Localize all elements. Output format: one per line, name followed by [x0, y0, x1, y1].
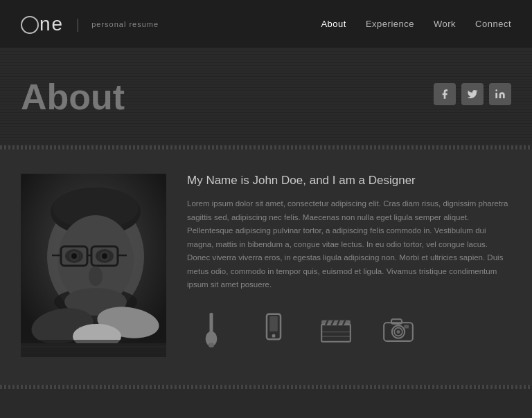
- skill-camera: [374, 309, 423, 351]
- nav-experience[interactable]: Experience: [366, 16, 414, 32]
- about-content: My Name is John Doe, and I am a Designer…: [187, 174, 511, 351]
- about-heading: My Name is John Doe, and I am a Designer: [187, 174, 511, 188]
- profile-photo: [21, 174, 166, 357]
- svg-rect-35: [321, 324, 351, 341]
- nav-work[interactable]: Work: [434, 16, 456, 32]
- svg-point-19: [102, 253, 107, 259]
- svg-rect-29: [210, 313, 213, 333]
- svg-rect-28: [21, 340, 166, 357]
- svg-point-47: [397, 330, 400, 334]
- social-icons-group: [434, 83, 511, 105]
- svg-rect-44: [391, 319, 402, 324]
- profile-image-container: [21, 174, 166, 357]
- svg-rect-33: [269, 316, 278, 331]
- svg-point-31: [209, 343, 214, 347]
- hero-section: About: [0, 48, 532, 145]
- logo-text: ne: [21, 13, 64, 35]
- linkedin-icon[interactable]: [489, 83, 511, 105]
- skill-design: [187, 309, 236, 351]
- skill-mobile: [249, 309, 298, 351]
- logo-subtitle: personal resume: [91, 20, 159, 28]
- skill-icons-row: [187, 309, 511, 351]
- svg-point-20: [89, 266, 103, 286]
- main-content: My Name is John Doe, and I am a Designer…: [0, 149, 532, 385]
- header: ne | personal resume About Experience Wo…: [0, 0, 532, 48]
- twitter-icon[interactable]: [461, 83, 484, 105]
- main-nav: About Experience Work Connect: [321, 16, 511, 32]
- logo-o-letter: [21, 16, 39, 34]
- svg-rect-48: [404, 325, 409, 328]
- skill-film: [312, 309, 360, 351]
- facebook-icon[interactable]: [434, 83, 456, 105]
- logo-divider: |: [76, 16, 79, 32]
- footer-space: [0, 389, 532, 417]
- svg-point-1: [495, 89, 497, 91]
- logo-area: ne | personal resume: [21, 13, 159, 35]
- nav-about[interactable]: About: [321, 16, 346, 32]
- svg-rect-0: [495, 93, 497, 98]
- svg-point-18: [71, 253, 77, 259]
- svg-point-34: [272, 334, 276, 338]
- about-body-text: Lorem ipsum dolor sit amet, consectetur …: [187, 197, 511, 292]
- nav-connect[interactable]: Connect: [475, 16, 511, 32]
